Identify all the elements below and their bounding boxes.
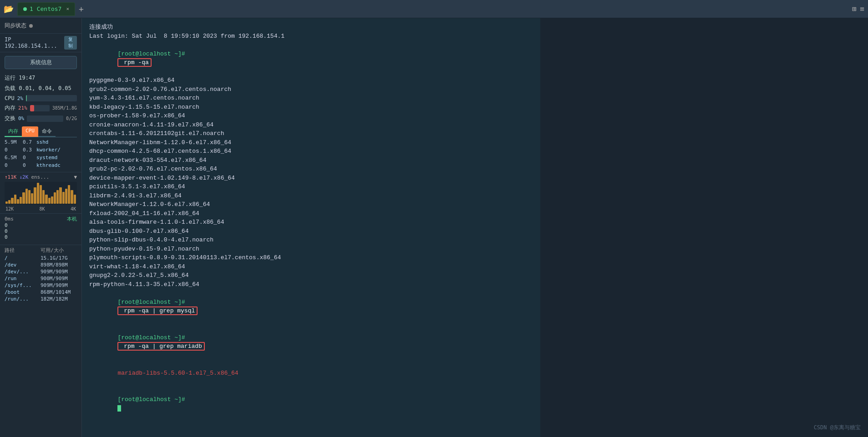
- net-bar-segment: [68, 185, 70, 204]
- proc-item: 5.9M 0.7 sshd: [3, 138, 79, 146]
- net-bar-segment: [34, 187, 36, 204]
- pkg-grub2-common: grub2-common-2.02-0.76.el7.centos.noarch: [89, 85, 533, 94]
- mem-row: 内存 21% 385M/1.8G: [0, 103, 81, 113]
- tab-active-dot: [23, 7, 27, 11]
- terminal-content[interactable]: 连接成功 Last login: Sat Jul 8 19:59:10 2023…: [82, 18, 540, 437]
- latency-val-2: 0: [5, 228, 8, 234]
- pkg-pciutils: pciutils-3.5.1-3.el7.x86_64: [89, 182, 533, 191]
- disk-item: /boot 868M/1014M: [5, 289, 77, 296]
- net-header: ↑11K ↓2K ens... ▼: [5, 174, 77, 180]
- disk-size-boot: 868M/1014M: [41, 289, 77, 295]
- net-labels: 12K 8K 4K: [5, 206, 77, 211]
- net-bar-segment: [56, 190, 59, 204]
- mem-detail: 385M/1.8G: [52, 105, 77, 111]
- disk-header: 路径 可用/大小: [5, 247, 77, 254]
- cmd-line-1: [root@localhost ~]# rpm -qa: [89, 40, 533, 76]
- disk-path-dev2: /dev/...: [5, 269, 41, 275]
- final-prompt-line: [root@localhost ~]#: [89, 387, 533, 422]
- proc-name-systemd: systemd: [36, 155, 77, 161]
- sync-status: 同步状态: [5, 22, 33, 30]
- pkg-python-slip: python-slip-dbus-0.4.0-4.el7.noarch: [89, 236, 533, 245]
- cmd-1-highlight: rpm -qa: [117, 58, 151, 67]
- mem-percent: 21%: [18, 105, 27, 111]
- latency-label: 0ms: [5, 216, 14, 222]
- sync-dot: [29, 24, 33, 28]
- disk-path-run2: /run/...: [5, 296, 41, 302]
- pkg-nm: NetworkManager-1.12.0-6.el7.x86_64: [89, 200, 533, 209]
- cpu-percent: 2%: [17, 95, 23, 101]
- net-bar-segment: [45, 195, 47, 204]
- disk-path-boot: /boot: [5, 289, 41, 295]
- terminal-tab[interactable]: 1 Centos7 ×: [17, 2, 75, 16]
- sidebar: 同步状态 IP 192.168.154.1... 复制 系统信息 运行 19:4…: [0, 18, 82, 437]
- latency-val-row: 0: [5, 222, 77, 228]
- top-bar: 📂 1 Centos7 × + ⊞ ≡: [0, 0, 868, 18]
- net-bar-segment: [54, 192, 56, 204]
- net-bar-segment: [11, 198, 13, 204]
- disk-item: /dev/... 909M/909M: [5, 268, 77, 275]
- latency-val-3: 0: [5, 234, 8, 240]
- net-down-label: ↓2K: [20, 174, 29, 180]
- proc-item: 0 0 kthreadc: [3, 161, 79, 169]
- cmd-2-highlight: rpm -qa | grep mysql: [117, 306, 198, 315]
- disk-header-path: 路径: [5, 247, 41, 254]
- pkg-yum: yum-3.4.3-161.el7.centos.noarch: [89, 94, 533, 103]
- prompt-1: [root@localhost ~]#: [117, 50, 185, 57]
- net-bar-segment: [65, 189, 67, 204]
- net-bar-segment: [40, 185, 42, 204]
- disk-item: /run/... 182M/182M: [5, 296, 77, 302]
- disk-section: 路径 可用/大小 / 15.1G/17G /dev 898M/898M /dev…: [0, 245, 81, 437]
- proc-mem-kthread: 0: [5, 162, 23, 168]
- folder-icon: 📂: [4, 4, 14, 14]
- swap-percent: 0%: [18, 116, 24, 121]
- grid-view-icon[interactable]: ⊞: [852, 5, 857, 13]
- net-label-4k: 4K: [71, 206, 76, 211]
- net-bars: [5, 182, 77, 205]
- latency-section: 0ms 本机 0 0 0: [0, 213, 81, 242]
- proc-name-kthread: kthreadc: [36, 162, 77, 168]
- proc-cpu-systemd: 0: [23, 155, 36, 161]
- last-login: Last login: Sat Jul 8 19:59:10 2023 from…: [89, 32, 533, 41]
- proc-mem-systemd: 6.5M: [5, 155, 23, 161]
- proc-cpu-kworker: 0.3: [23, 147, 36, 153]
- latency-val-row2: 0: [5, 228, 77, 234]
- list-view-icon[interactable]: ≡: [860, 5, 864, 13]
- pkg-gnupg2: gnupg2-2.0.22-5.el7_5.x86_64: [89, 271, 533, 280]
- net-bar-segment: [42, 190, 45, 204]
- cpu-label: CPU: [5, 95, 15, 101]
- tab-close-button[interactable]: ×: [66, 6, 69, 12]
- tab-add-button[interactable]: +: [79, 4, 84, 14]
- ip-row: IP 192.168.154.1... 复制: [0, 34, 81, 52]
- disk-path-run: /run: [5, 276, 41, 281]
- sysinfo-button[interactable]: 系统信息: [5, 56, 77, 69]
- proc-tab-mem[interactable]: 内存: [5, 126, 22, 137]
- copy-ip-button[interactable]: 复制: [64, 36, 77, 50]
- runtime-row: 运行 19:47: [0, 73, 81, 83]
- right-panel: [540, 18, 868, 437]
- proc-tabs: 内存 CPU 命令: [5, 126, 77, 137]
- mem-bar-container: [30, 105, 50, 111]
- net-bar-segment: [37, 183, 39, 204]
- proc-tab-cmd[interactable]: 命令: [38, 126, 56, 137]
- net-bar-segment: [17, 199, 19, 204]
- cpu-bar: [26, 95, 27, 101]
- proc-item: 6.5M 0 systemd: [3, 154, 79, 161]
- net-bar-segment: [14, 195, 16, 204]
- disk-item: /dev 898M/898M: [5, 261, 77, 268]
- disk-size-sysf: 909M/909M: [41, 282, 77, 288]
- pkg-fxload: fxload-2002_04_11-16.el7.x86_64: [89, 209, 533, 218]
- net-bar-segment: [31, 193, 33, 204]
- mariadb-result: mariadb-libs-5.5.60-1.el7_5.x86_64: [89, 360, 533, 387]
- pkg-crontabs: crontabs-1.11-6.20121102git.el7.noarch: [89, 129, 533, 138]
- terminal-area[interactable]: 连接成功 Last login: Sat Jul 8 19:59:10 2023…: [82, 18, 540, 437]
- proc-tab-cpu[interactable]: CPU: [22, 126, 38, 137]
- pkg-alsa: alsa-tools-firmware-1.1.0-1.el7.x86_64: [89, 218, 533, 227]
- prompt-4: [root@localhost ~]#: [117, 396, 185, 403]
- pkg-dm-event: device-mapper-event-1.02.149-8.el7.x86_6…: [89, 174, 533, 183]
- cmd-line-2: [root@localhost ~]# rpm -qa | grep mysql: [89, 289, 533, 324]
- disk-item: / 15.1G/17G: [5, 255, 77, 261]
- pkg-os-prober: os-prober-1.58-9.el7.x86_64: [89, 111, 533, 121]
- prompt-2: [root@localhost ~]#: [117, 299, 185, 306]
- net-label-12k: 12K: [5, 206, 14, 211]
- disk-item: /run 900M/909M: [5, 275, 77, 282]
